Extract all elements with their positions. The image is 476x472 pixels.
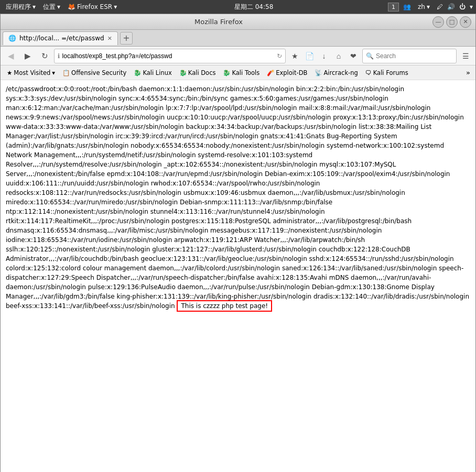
title-bar: Mozilla Firefox — □ ✕ <box>1 14 475 30</box>
nav-bar: ◀ ▶ ↻ ℹ ↻ ★ 📄 ↓ ⌂ ❤ 🔍 ☰ <box>1 47 475 65</box>
apps-label: 应用程序 <box>6 3 31 12</box>
minimize-button[interactable]: — <box>432 16 444 28</box>
reader-view-button[interactable]: 📄 <box>302 49 316 63</box>
maximize-button[interactable]: □ <box>446 16 458 28</box>
taskbar-datetime: 星期二 04:58 <box>234 3 273 10</box>
bookmark-kali-linux[interactable]: 🐉 Kali Linux <box>131 68 175 78</box>
taskbar: 应用程序 ▾ 位置 ▾ 🦊 Firefox ESR ▾ 星期二 04:58 1 … <box>0 0 476 14</box>
taskbar-volume-icon: 🔊 <box>447 3 455 10</box>
search-icon: 🔍 <box>366 52 374 60</box>
bookmark-kl-icon: 🐉 <box>134 69 141 76</box>
php-test-highlight: This is czzzz php test page! <box>177 300 272 312</box>
bookmark-kali-forums[interactable]: 🗨 Kali Forums <box>362 68 412 78</box>
download-button[interactable]: ↓ <box>317 49 331 63</box>
taskbar-power-chevron: ▾ <box>470 3 473 10</box>
bookmark-most-visited[interactable]: ★ Most Visited ▾ <box>4 68 58 78</box>
forward-button[interactable]: ▶ <box>20 49 35 63</box>
apps-chevron: ▾ <box>33 3 36 10</box>
window-controls: — □ ✕ <box>432 16 471 28</box>
bookmarks-more-button[interactable]: » <box>464 68 472 78</box>
browser-tab[interactable]: 🌐 http://local... =/etc/passwd ✕ <box>3 31 118 45</box>
taskbar-lang-chevron: ▾ <box>427 3 430 10</box>
bookmark-exploit-db[interactable]: 🧨 Exploit-DB <box>264 68 310 78</box>
bookmark-star-button[interactable]: ★ <box>288 49 301 63</box>
bookmark-kali-tools[interactable]: 🐉 Kali Tools <box>220 68 263 78</box>
firefox-label: Firefox ESR <box>77 3 112 10</box>
url-input[interactable] <box>62 52 275 60</box>
close-button[interactable]: ✕ <box>460 16 471 28</box>
bookmark-label: Most Visited <box>14 69 50 76</box>
search-bar[interactable]: 🔍 <box>362 49 457 63</box>
pocket-button[interactable]: ❤ <box>347 49 360 63</box>
firefox-chevron: ▾ <box>114 3 117 10</box>
tab-bar: 🌐 http://local... =/etc/passwd ✕ + <box>1 30 475 47</box>
bookmark-kt-label: Kali Tools <box>232 69 259 76</box>
bookmark-ac-icon: 📡 <box>315 69 322 76</box>
bookmark-os-label: Offensive Security <box>71 69 126 76</box>
bookmark-kl-label: Kali Linux <box>143 69 171 76</box>
taskbar-lang[interactable]: zh ▾ <box>415 2 432 12</box>
places-chevron: ▾ <box>57 3 60 10</box>
address-bar[interactable]: ℹ ↻ <box>54 49 286 63</box>
places-label: 位置 <box>43 3 56 12</box>
reload-button[interactable]: ↻ <box>37 49 52 63</box>
bookmark-edb-icon: 🧨 <box>267 69 274 76</box>
bookmark-kali-docs[interactable]: 🐉 Kali Docs <box>176 68 219 78</box>
bookmark-aircrack[interactable]: 📡 Aircrack-ng <box>311 68 361 78</box>
search-input[interactable] <box>376 52 455 60</box>
bookmarks-bar: ★ Most Visited ▾ 📋 Offensive Security 🐉 … <box>1 65 475 80</box>
bookmark-kt-icon: 🐉 <box>223 69 230 76</box>
tab-favicon: 🌐 <box>8 35 16 42</box>
bookmark-os-icon: 📋 <box>62 69 70 76</box>
tab-close-button[interactable]: ✕ <box>107 35 112 42</box>
taskbar-power-icon[interactable]: ⏻ <box>459 3 466 10</box>
bookmark-star-icon: ★ <box>7 69 12 76</box>
page-main-text: /etc/passwdroot:x:0:0:root:/root:/bin/ba… <box>6 85 469 310</box>
reload-icon: ↻ <box>277 52 282 60</box>
taskbar-lang-label: zh <box>418 3 425 10</box>
new-tab-button[interactable]: + <box>120 32 133 45</box>
security-icon: ℹ <box>58 52 60 60</box>
bookmark-ac-label: Aircrack-ng <box>323 69 358 76</box>
taskbar-apps[interactable]: 应用程序 ▾ <box>3 2 38 13</box>
tab-label: http://local... =/etc/passwd <box>19 35 104 42</box>
back-button[interactable]: ◀ <box>4 49 18 63</box>
bookmark-kd-label: Kali Docs <box>188 69 216 76</box>
nav-icon-group: ★ 📄 ↓ ⌂ ❤ <box>288 49 360 63</box>
browser-window: Mozilla Firefox — □ ✕ 🌐 http://local... … <box>0 14 476 472</box>
bookmark-edb-label: Exploit-DB <box>276 69 307 76</box>
firefox-icon: 🦊 <box>68 3 75 10</box>
bookmark-offensive-security[interactable]: 📋 Offensive Security <box>59 68 129 78</box>
taskbar-firefox[interactable]: 🦊 Firefox ESR ▾ <box>65 2 120 12</box>
bookmark-kf-label: Kali Forums <box>373 69 408 76</box>
bookmark-kf-icon: 🗨 <box>365 69 372 76</box>
home-button[interactable]: ⌂ <box>332 49 345 63</box>
taskbar-users-icon: 👥 <box>403 3 411 10</box>
taskbar-places[interactable]: 位置 ▾ <box>40 2 63 13</box>
taskbar-badge: 1 <box>388 3 399 12</box>
window-title: Mozilla Firefox <box>5 18 432 26</box>
page-content: /etc/passwdroot:x:0:0:root:/root:/bin/ba… <box>1 80 475 472</box>
menu-button[interactable]: ☰ <box>459 49 472 63</box>
taskbar-pen-icon: 🖊 <box>437 3 443 10</box>
bookmark-kd-icon: 🐉 <box>179 69 187 76</box>
bookmark-chevron: ▾ <box>52 69 55 76</box>
